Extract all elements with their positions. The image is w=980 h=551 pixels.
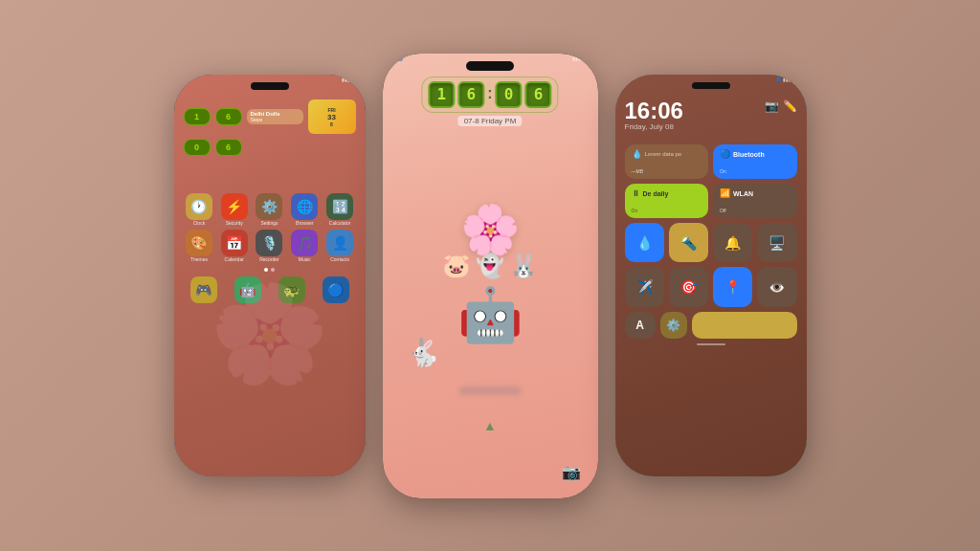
clock-widget: 1 6 : 0 6 07-8 Friday PM bbox=[421, 77, 558, 126]
p3-time: 16:06 bbox=[625, 99, 683, 122]
widget-row-1: 1 6 Delhi Dolls Steps FRI 33 8 bbox=[184, 99, 356, 134]
phone2: ✱ 🔵 ▮▮▮ 🔋 1 6 : 0 6 07-8 Friday PM 🌸 bbox=[383, 54, 598, 498]
torch-btn[interactable]: 🔦 bbox=[669, 223, 708, 262]
app-grid-row2: 🎨 Themes 📅 Calendar 🎙️ Recorder 🎵 Music … bbox=[184, 230, 356, 262]
counter-4: 6 bbox=[215, 139, 242, 156]
bottom-bar: A ⚙️ bbox=[625, 312, 797, 339]
control-grid-row1: 💧 Lorem data po —MB 🔵 Bluetooth On bbox=[625, 144, 797, 179]
app-browser[interactable]: 🌐 Browser bbox=[289, 193, 321, 226]
app-music[interactable]: 🎵 Music bbox=[289, 230, 321, 262]
blurred-bar bbox=[459, 386, 522, 395]
p3-date: Friday, July 08 bbox=[625, 122, 683, 131]
a-button[interactable]: A bbox=[625, 312, 656, 339]
bluetooth-icon: 🔵 bbox=[720, 149, 730, 159]
camera-icon-p3[interactable]: 📷 bbox=[765, 99, 779, 113]
icon-btn-row2: ✈️ 🎯 📍 👁️ bbox=[625, 267, 797, 306]
wifi-icon: 📶 bbox=[720, 188, 730, 198]
clock-d2: 6 bbox=[457, 81, 484, 108]
status-bar-p1: 🔒 ✱ ▮▮▮ 🔋 bbox=[182, 77, 358, 82]
edit-icon-p3[interactable]: ✏️ bbox=[783, 99, 797, 113]
clock-d3: 0 bbox=[496, 81, 523, 108]
bg-decoration: 🌸 bbox=[210, 277, 329, 390]
music-icon: ⏸ bbox=[632, 188, 640, 198]
bell-btn[interactable]: 🔔 bbox=[713, 223, 752, 262]
dot-2 bbox=[271, 268, 275, 272]
counter-1: 1 bbox=[184, 108, 211, 125]
notch2 bbox=[466, 61, 514, 71]
counter-2: 6 bbox=[215, 108, 242, 125]
wlan-tile[interactable]: 📶 WLAN Off bbox=[713, 184, 797, 218]
clock-d4: 6 bbox=[525, 81, 552, 108]
info-widget: Delhi Dolls Steps bbox=[247, 109, 303, 124]
control-grid-row2: ⏸ De daily On 📶 WLAN Off bbox=[625, 184, 797, 218]
app-grid-row1: 🕐 Clock ⚡ Security ⚙️ Settings 🌐 Browser… bbox=[184, 193, 356, 226]
data-icon: 💧 bbox=[632, 149, 642, 159]
gear-button[interactable]: ⚙️ bbox=[660, 312, 687, 339]
clock-d1: 1 bbox=[428, 81, 455, 108]
status-bar-p3: SA+ 🔵 ▮▮▮ 🔋 bbox=[623, 77, 799, 82]
page-dots-p1 bbox=[184, 268, 356, 272]
camera-icon[interactable]: 📷 bbox=[562, 463, 581, 481]
brightness-slider[interactable] bbox=[692, 312, 797, 339]
app-calculator[interactable]: 🔢 Calculator bbox=[324, 193, 356, 226]
app-themes[interactable]: 🎨 Themes bbox=[184, 230, 215, 262]
date-label: 07-8 Friday PM bbox=[458, 116, 523, 126]
dot-1 bbox=[264, 268, 268, 272]
app-settings[interactable]: ⚙️ Settings bbox=[254, 193, 285, 226]
app-security[interactable]: ⚡ Security bbox=[218, 193, 250, 226]
phone1: 🔒 ✱ ▮▮▮ 🔋 1 6 Delhi Dolls Steps FRI 33 8 bbox=[174, 75, 366, 476]
bunny-character: 🐇 bbox=[407, 337, 440, 368]
app-contacts[interactable]: 👤 Contacts bbox=[324, 230, 356, 262]
flashlight-btn[interactable]: 💧 bbox=[625, 223, 664, 262]
icon-btn-row1: 💧 🔦 🔔 🖥️ bbox=[625, 223, 797, 262]
weather-widget: FRI 33 8 bbox=[308, 99, 356, 134]
data-tile[interactable]: 💧 Lorem data po —MB bbox=[625, 144, 709, 179]
arrow-up-icon: ▲ bbox=[483, 418, 497, 433]
notch3 bbox=[692, 82, 730, 89]
status-bar-p2: ✱ 🔵 ▮▮▮ 🔋 bbox=[392, 55, 589, 61]
p3-header: 16:06 Friday, July 08 📷 ✏️ bbox=[625, 99, 797, 139]
airplane-btn[interactable]: ✈️ bbox=[625, 267, 664, 306]
screen-btn[interactable]: 🖥️ bbox=[757, 223, 796, 262]
app-calendar[interactable]: 📅 Calendar bbox=[218, 230, 250, 262]
focus-btn[interactable]: 🎯 bbox=[669, 267, 708, 306]
music-tile[interactable]: ⏸ De daily On bbox=[625, 184, 709, 218]
counter-3: 0 bbox=[184, 139, 211, 156]
notch1 bbox=[251, 82, 289, 90]
robot-character: 🤖 bbox=[457, 284, 523, 346]
clock-colon: : bbox=[487, 85, 492, 102]
flower-character: 🌸 bbox=[460, 202, 520, 257]
bluetooth-tile[interactable]: 🔵 Bluetooth On bbox=[713, 144, 797, 179]
widget-row-2: 0 6 bbox=[184, 139, 356, 156]
phone3: SA+ 🔵 ▮▮▮ 🔋 16:06 Friday, July 08 📷 ✏️ bbox=[615, 75, 807, 476]
brightness-indicator bbox=[697, 343, 725, 345]
app-recorder[interactable]: 🎙️ Recorder bbox=[254, 230, 285, 262]
location-btn[interactable]: 📍 bbox=[713, 267, 752, 306]
eye-btn[interactable]: 👁️ bbox=[757, 267, 796, 306]
app-clock[interactable]: 🕐 Clock bbox=[184, 193, 215, 226]
